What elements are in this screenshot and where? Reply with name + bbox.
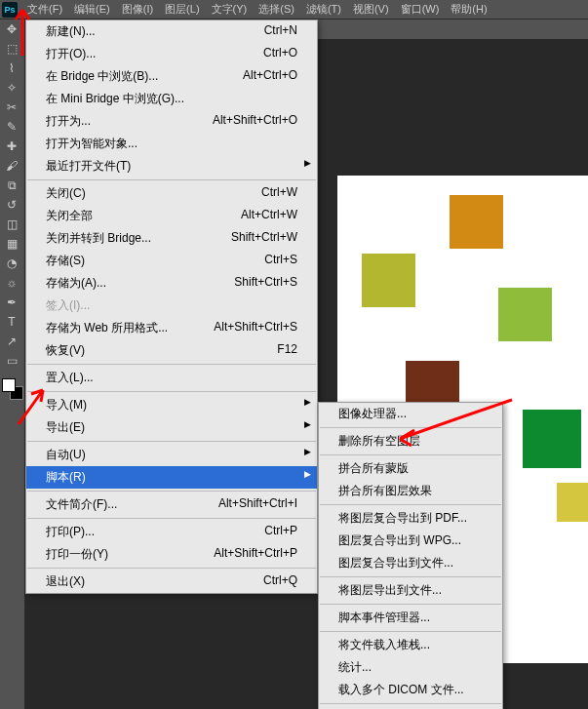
crop-tool-icon[interactable]: ✂: [0, 98, 23, 117]
menu-item[interactable]: 打开为智能对象...: [26, 133, 317, 155]
menu-item[interactable]: 关闭并转到 Bridge...Shift+Ctrl+W: [26, 227, 317, 250]
stamp-tool-icon[interactable]: ⧉: [0, 176, 23, 195]
menu-item[interactable]: 在 Bridge 中浏览(B)...Alt+Ctrl+O: [26, 65, 317, 88]
submenu-item-label: 脚本事件管理器...: [338, 610, 430, 626]
type-tool-icon[interactable]: T: [0, 312, 23, 332]
menu-separator: [27, 568, 316, 569]
menu-view[interactable]: 视图(V): [347, 0, 395, 19]
submenu-item-label: 将文件载入堆栈...: [338, 637, 430, 653]
color-swatch[interactable]: [2, 378, 23, 400]
move-tool-icon[interactable]: ✥: [0, 20, 23, 39]
canvas-shape[interactable]: [362, 254, 415, 307]
menu-item-shortcut: Ctrl+P: [264, 524, 297, 540]
pen-tool-icon[interactable]: ✒: [0, 293, 23, 312]
canvas-shape[interactable]: [523, 410, 581, 468]
menu-file[interactable]: 文件(F): [21, 0, 68, 19]
menu-item-shortcut: Alt+Ctrl+W: [241, 208, 297, 224]
submenu-item[interactable]: 拼合所有蒙版: [319, 457, 502, 480]
submenu-item[interactable]: 拼合所有图层效果: [319, 480, 502, 502]
menu-window[interactable]: 窗口(W): [395, 0, 446, 19]
menu-item-shortcut: Alt+Ctrl+O: [243, 68, 297, 85]
menu-item-label: 存储(S): [46, 253, 85, 269]
menu-item[interactable]: 存储(S)Ctrl+S: [26, 250, 317, 272]
canvas-shape[interactable]: [498, 288, 552, 341]
path-tool-icon[interactable]: ↗: [0, 332, 23, 351]
submenu-item[interactable]: 将图层导出到文件...: [319, 579, 502, 602]
submenu-item[interactable]: 将图层复合导出到 PDF...: [319, 507, 502, 530]
submenu-item-label: 将图层复合导出到 PDF...: [338, 510, 467, 527]
wand-tool-icon[interactable]: ✧: [0, 78, 23, 98]
menu-item[interactable]: 在 Mini Bridge 中浏览(G)...: [26, 88, 317, 110]
menu-item[interactable]: 导入(M)▶: [26, 394, 317, 416]
history-brush-icon[interactable]: ↺: [0, 195, 23, 215]
menu-item[interactable]: 关闭(C)Ctrl+W: [26, 182, 317, 205]
menu-layer[interactable]: 图层(L): [159, 0, 205, 19]
menu-item[interactable]: 导出(E)▶: [26, 416, 317, 439]
menu-item[interactable]: 置入(L)...: [26, 367, 317, 389]
submenu-item[interactable]: 载入多个 DICOM 文件...: [319, 679, 502, 701]
eyedropper-tool-icon[interactable]: ✎: [0, 117, 23, 137]
menu-item-label: 打印一份(Y): [46, 546, 108, 563]
submenu-item[interactable]: 图层复合导出到 WPG...: [319, 530, 502, 552]
menu-item-shortcut: Ctrl+N: [264, 23, 297, 40]
menu-item[interactable]: 存储为 Web 所用格式...Alt+Shift+Ctrl+S: [26, 317, 317, 339]
heal-tool-icon[interactable]: ✚: [0, 137, 23, 156]
gradient-tool-icon[interactable]: ▦: [0, 234, 23, 254]
chevron-right-icon: ▶: [304, 397, 311, 407]
submenu-item-label: 统计...: [338, 659, 372, 676]
menu-separator: [27, 391, 316, 392]
menu-select[interactable]: 选择(S): [253, 0, 300, 19]
canvas-shape[interactable]: [450, 195, 503, 249]
marquee-tool-icon[interactable]: ⬚: [0, 39, 23, 59]
menu-item-label: 最近打开文件(T): [46, 158, 131, 175]
script-submenu: 图像处理器...删除所有空图层拼合所有蒙版拼合所有图层效果将图层复合导出到 PD…: [318, 402, 503, 709]
blur-tool-icon[interactable]: ◔: [0, 254, 23, 273]
chevron-right-icon: ▶: [304, 419, 311, 429]
menu-item[interactable]: 退出(X)Ctrl+Q: [26, 571, 317, 593]
menu-item-shortcut: Ctrl+Q: [263, 573, 297, 590]
eraser-tool-icon[interactable]: ◫: [0, 215, 23, 234]
menu-item-shortcut: F12: [277, 342, 297, 359]
menu-separator: [320, 631, 501, 632]
chevron-right-icon: ▶: [304, 447, 311, 456]
menu-image[interactable]: 图像(I): [116, 0, 159, 19]
menu-item[interactable]: 打印(P)...Ctrl+P: [26, 521, 317, 543]
submenu-item[interactable]: 将文件载入堆栈...: [319, 634, 502, 656]
canvas-shape[interactable]: [557, 483, 588, 522]
submenu-item[interactable]: 脚本事件管理器...: [319, 607, 502, 629]
file-menu-dropdown: 新建(N)...Ctrl+N打开(O)...Ctrl+O在 Bridge 中浏览…: [25, 20, 318, 594]
menu-item: 签入(I)...: [26, 295, 317, 317]
menu-item[interactable]: 文件简介(F)...Alt+Shift+Ctrl+I: [26, 493, 317, 516]
menu-item-label: 退出(X): [46, 573, 85, 590]
submenu-item[interactable]: 图层复合导出到文件...: [319, 552, 502, 574]
lasso-tool-icon[interactable]: ⌇: [0, 59, 23, 78]
menu-help[interactable]: 帮助(H): [445, 0, 492, 19]
menu-item[interactable]: 打印一份(Y)Alt+Shift+Ctrl+P: [26, 543, 317, 566]
menu-filter[interactable]: 滤镜(T): [300, 0, 347, 19]
menu-item[interactable]: 最近打开文件(T)▶: [26, 155, 317, 177]
submenu-item[interactable]: 图像处理器...: [319, 403, 502, 425]
menu-item[interactable]: 新建(N)...Ctrl+N: [26, 20, 317, 43]
menu-item[interactable]: 脚本(R)▶: [26, 466, 317, 489]
brush-tool-icon[interactable]: 🖌: [0, 156, 23, 176]
menu-item[interactable]: 关闭全部Alt+Ctrl+W: [26, 205, 317, 227]
foreground-color-icon[interactable]: [2, 378, 16, 392]
menu-item[interactable]: 打开为...Alt+Shift+Ctrl+O: [26, 110, 317, 133]
menu-item-label: 脚本(R): [46, 469, 86, 486]
menu-item-label: 关闭(C): [46, 185, 86, 202]
dodge-tool-icon[interactable]: ☼: [0, 273, 23, 293]
menu-item-label: 导出(E): [46, 419, 85, 436]
menu-separator: [320, 427, 501, 428]
menu-edit[interactable]: 编辑(E): [68, 0, 116, 19]
menu-type[interactable]: 文字(Y): [206, 0, 254, 19]
submenu-item[interactable]: 统计...: [319, 656, 502, 679]
shape-tool-icon[interactable]: ▭: [0, 351, 23, 371]
menu-item[interactable]: 恢复(V)F12: [26, 339, 317, 362]
menu-item[interactable]: 自动(U)▶: [26, 444, 317, 466]
submenu-item-label: 图层复合导出到 WPG...: [338, 532, 461, 549]
menu-separator: [320, 454, 501, 455]
submenu-item[interactable]: 删除所有空图层: [319, 430, 502, 453]
menu-item[interactable]: 打开(O)...Ctrl+O: [26, 43, 317, 65]
menu-item-label: 在 Bridge 中浏览(B)...: [46, 68, 158, 85]
menu-item[interactable]: 存储为(A)...Shift+Ctrl+S: [26, 272, 317, 295]
